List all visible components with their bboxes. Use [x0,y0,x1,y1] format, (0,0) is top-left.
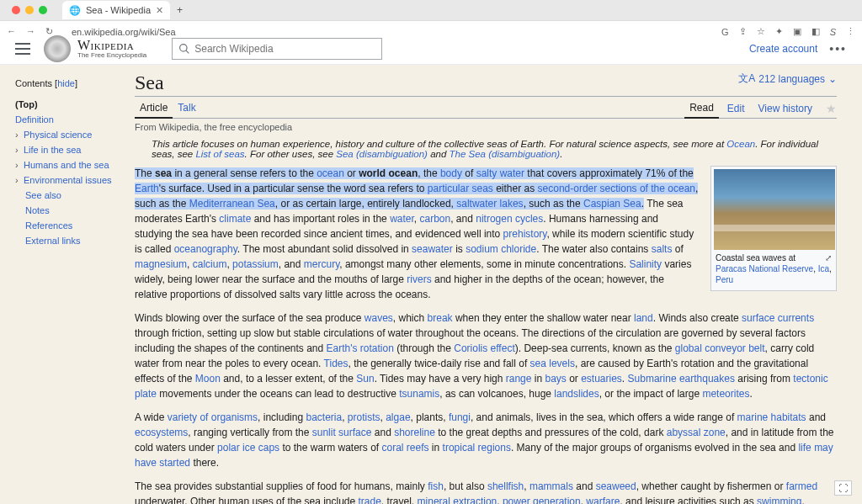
toc-item[interactable]: Notes [15,203,135,218]
language-selector[interactable]: 文A 212 languages ⌄ [738,72,837,86]
link[interactable]: Ica [818,264,829,273]
link[interactable]: land [634,312,653,324]
link[interactable]: Peru [716,275,733,284]
link[interactable]: oceanography [174,243,237,255]
ext-icon[interactable]: G [721,27,729,37]
browser-menu-icon[interactable]: ⋮ [846,26,855,37]
link[interactable]: sodium chloride [466,243,536,255]
link[interactable]: List of seas [195,149,244,159]
link[interactable]: prehistory [503,228,547,240]
link[interactable]: waves [364,312,393,324]
toc-item[interactable]: References [15,218,135,233]
link[interactable]: estuaries [581,373,622,385]
link[interactable]: salts [652,243,673,255]
toc-item[interactable]: (Top) [15,97,135,112]
ext-icon[interactable]: ▣ [793,26,801,37]
link[interactable]: The Sea (disambiguation) [450,149,561,159]
chevron-right-icon[interactable]: › [15,175,22,185]
link[interactable]: Tides [324,358,349,369]
link[interactable]: mercury [304,258,339,270]
toc-item[interactable]: ›Life in the sea [15,142,135,157]
link[interactable]: bays [545,373,566,385]
toc-item[interactable]: See also [15,188,135,203]
link[interactable]: calcium [193,258,227,270]
link[interactable]: Moon [195,373,221,385]
link[interactable]: nitrogen cycles [476,213,543,225]
link[interactable]: mineral extraction [418,496,498,504]
link[interactable]: polar ice caps [217,442,279,454]
link[interactable]: magnesium [135,258,187,270]
link[interactable]: Earth [135,183,159,194]
link[interactable]: mammals [529,480,573,492]
link[interactable]: second-order sections of the ocean [538,183,695,194]
link[interactable]: shellfish [487,480,524,492]
link[interactable]: tropical regions [443,442,511,454]
close-tab-icon[interactable]: ✕ [156,5,163,16]
chevron-right-icon[interactable]: › [15,145,22,155]
tab-article[interactable]: Article [135,98,173,119]
link[interactable]: climate [219,213,251,225]
link[interactable]: fungi [449,411,471,423]
search-box[interactable] [172,38,382,60]
watchlist-star-icon[interactable]: ★ [826,102,837,115]
toc-item[interactable]: ›Environmental issues [15,172,135,188]
toc-item[interactable]: Definition [15,112,135,127]
link[interactable]: seaweed [596,480,636,492]
link[interactable]: surface currents [742,312,814,324]
link[interactable]: particular seas [428,183,493,194]
ext-icon[interactable]: ✦ [775,26,783,37]
expand-icon[interactable]: ⤢ [825,252,832,263]
back-icon[interactable]: ← [7,26,16,37]
link[interactable]: Sun [356,373,374,385]
link[interactable]: shoreline [394,427,435,438]
user-menu-icon[interactable]: ••• [829,42,847,56]
link[interactable]: algae [386,411,410,423]
link[interactable]: farmed [786,480,817,492]
chevron-right-icon[interactable]: › [15,130,22,140]
link[interactable]: ocean [317,167,344,179]
link[interactable]: fish [428,480,444,492]
link[interactable]: Mediterranean Sea [189,198,275,210]
forward-icon[interactable]: → [26,26,35,37]
link[interactable]: Ocean [726,139,755,149]
tab-read[interactable]: Read [684,98,719,119]
main-menu-icon[interactable] [15,43,30,55]
link[interactable]: coral reefs [382,442,429,454]
link[interactable]: Submarine earthquakes [628,373,735,385]
tab-edit[interactable]: Edit [722,99,750,118]
link[interactable]: trade [359,496,381,504]
toc-item[interactable]: External links [15,233,135,248]
browser-tab[interactable]: 🌐 Sea - Wikipedia ✕ [62,1,170,19]
toc-item[interactable]: ›Humans and the sea [15,157,135,172]
link[interactable]: power generation [503,496,581,504]
link[interactable]: body [440,167,462,179]
link[interactable]: marine habitats [737,411,806,423]
link[interactable]: warfare [586,496,620,504]
link[interactable]: break [428,312,453,324]
new-tab-button[interactable]: + [170,4,189,16]
link[interactable]: carbon [419,213,450,225]
link[interactable]: abyssal zone [667,427,726,438]
link[interactable]: landslides [554,388,599,400]
link[interactable]: bacteria [306,411,342,423]
search-input[interactable] [194,43,375,55]
link[interactable]: sea levels [530,358,575,369]
link[interactable]: Paracas National Reserve [716,264,813,273]
link[interactable]: Sea (disambiguation) [336,149,428,159]
link[interactable]: range [506,373,532,385]
ext-icon[interactable]: ☆ [757,26,765,37]
link[interactable]: ecosystems [135,427,188,438]
link[interactable]: meteorites [702,388,749,400]
create-account-link[interactable]: Create account [749,43,817,55]
tab-talk[interactable]: Talk [173,98,200,118]
link[interactable]: Caspian Sea [583,198,641,210]
link[interactable]: water [390,213,414,225]
address-bar[interactable]: en.wikipedia.org/wiki/Sea [61,27,713,37]
link[interactable]: saltwater lakes [456,198,523,210]
link[interactable]: Salinity [629,258,662,270]
link[interactable]: salty water [476,167,524,179]
link[interactable]: seawater [412,243,453,255]
tab-history[interactable]: View history [753,99,817,118]
ext-icon[interactable]: ◧ [811,26,820,37]
link[interactable]: variety of organisms [168,411,258,423]
